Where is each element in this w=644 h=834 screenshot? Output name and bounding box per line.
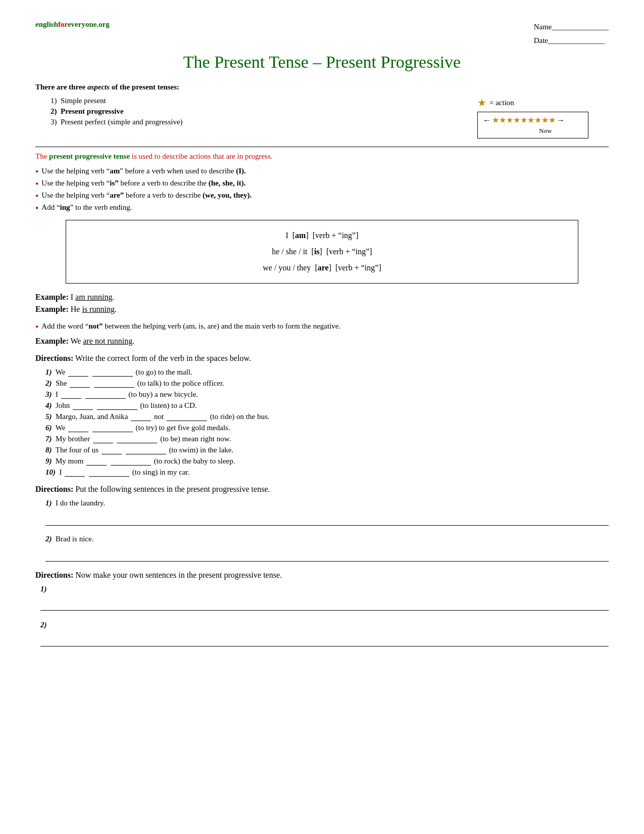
exercise-item: 9) My mom (to rock) the baby to sleep. bbox=[45, 457, 609, 466]
own-sentence-2-label: 2) bbox=[40, 621, 609, 629]
sentence-text: Brad is nice. bbox=[56, 535, 93, 543]
exercise-list-2: 1) I do the laundry. 2) Brad is nice. bbox=[35, 499, 609, 562]
exercise-text: My mom (to rock) the baby to sleep. bbox=[54, 457, 235, 465]
name-line: Name_______________ bbox=[534, 20, 609, 34]
bullet-dot: • bbox=[35, 204, 38, 213]
examples-section: Example: I am running. Example: He is ru… bbox=[35, 293, 609, 314]
exercise-item: 4) John (to listen) to a CD. bbox=[45, 401, 609, 410]
exercise-text: John (to listen) to a CD. bbox=[54, 401, 196, 409]
directions-1: Directions: Write the correct form of th… bbox=[35, 354, 609, 363]
example-label: Example: bbox=[35, 293, 69, 301]
exercise-item: 7) My brother (to be) mean right now. bbox=[45, 435, 609, 443]
sentence-item-1: 1) I do the laundry. bbox=[45, 499, 609, 507]
list-item: 3) Present perfect (simple and progressi… bbox=[51, 118, 467, 126]
list-item-bold: 2) Present progressive bbox=[51, 107, 467, 116]
own-writing-line-1 bbox=[40, 596, 609, 611]
header: englishforeveryone.org Name_____________… bbox=[35, 20, 609, 48]
exercise-item: 6) We (to try) to get five gold medals. bbox=[45, 424, 609, 432]
diagram-col: ★ = action ← ★★★★★★★★★ → Now bbox=[467, 97, 609, 138]
exercise-text: I (to buy) a new bicycle. bbox=[54, 390, 198, 398]
list-item: 1) Simple present bbox=[51, 97, 467, 105]
example-1: Example: I am running. bbox=[35, 293, 609, 302]
exercise-text: The four of us (to swim) in the lake. bbox=[54, 446, 233, 454]
bullet-text: Add “ing” to the verb ending. bbox=[41, 203, 609, 212]
example-negative: Example: We are not running. bbox=[35, 337, 609, 346]
page-title: The Present Tense – Present Progressive bbox=[35, 53, 609, 72]
intro-text: There are three aspects of the present t… bbox=[35, 83, 609, 91]
pp-term: present progressive tense bbox=[49, 152, 130, 160]
timeline-row: ← ★★★★★★★★★ → bbox=[483, 115, 583, 125]
underlined-text: is running bbox=[82, 305, 114, 313]
bullet-list: • Use the helping verb “am” before a ver… bbox=[35, 167, 609, 213]
for-text: for bbox=[58, 20, 68, 28]
bullet-dot: • bbox=[35, 167, 38, 176]
tense-list: 1) Simple present 2) Present progressive… bbox=[35, 97, 467, 126]
tense-list-col: 1) Simple present 2) Present progressive… bbox=[35, 97, 467, 128]
formula-line1: I [am] [verb + “ing”] bbox=[81, 227, 563, 244]
site-link: englishforeveryone.org bbox=[35, 20, 110, 29]
negative-text: Add the word “not” between the helping v… bbox=[41, 322, 609, 331]
exercise-item: 5) Margo, Juan, and Anika not (to ride) … bbox=[45, 412, 609, 421]
stars-row: ★★★★★★★★★ bbox=[492, 115, 556, 125]
own-writing-line-2 bbox=[40, 632, 609, 646]
own-sentence-1-label: 1) bbox=[40, 585, 609, 593]
bullet-item: • Use the helping verb “are” before a ve… bbox=[35, 191, 609, 201]
date-line: Date_______________ bbox=[534, 34, 609, 48]
exercise-text: We (to try) to get five gold medals. bbox=[54, 424, 230, 432]
underlined-text: are not running bbox=[83, 337, 132, 345]
directions-label: Directions: bbox=[35, 354, 73, 362]
sentence-item-2: 2) Brad is nice. bbox=[45, 535, 609, 543]
exercise-text: I (to sing) in my car. bbox=[58, 468, 190, 476]
bullet-dot: • bbox=[35, 179, 38, 189]
name-date-block: Name_______________ Date_______________ bbox=[534, 20, 609, 48]
bullet-item: • Use the helping verb “am” before a ver… bbox=[35, 167, 609, 176]
directions-3: Directions: Now make your own sentences … bbox=[35, 571, 609, 580]
bullet-text: Use the helping verb “are” before a verb… bbox=[41, 191, 609, 200]
exercise-item: 10) I (to sing) in my car. bbox=[45, 468, 609, 477]
star-icon: ★ bbox=[477, 97, 486, 109]
example-2: Example: He is running. bbox=[35, 305, 609, 314]
bullet-item: • Add “ing” to the verb ending. bbox=[35, 203, 609, 213]
now-label: Now bbox=[483, 127, 583, 135]
two-col-layout: 1) Simple present 2) Present progressive… bbox=[35, 97, 609, 138]
action-label: ★ = action bbox=[477, 97, 514, 109]
bullet-text: Use the helping verb “am” before a verb … bbox=[41, 167, 609, 175]
underlined-text: am running bbox=[75, 293, 112, 301]
sentence-text: I do the laundry. bbox=[56, 499, 105, 507]
exercise-text: Margo, Juan, and Anika not (to ride) on … bbox=[54, 412, 269, 421]
bullet-dot: • bbox=[35, 192, 38, 201]
writing-line-2 bbox=[45, 547, 609, 562]
section-divider bbox=[35, 147, 609, 147]
example-label: Example: bbox=[35, 337, 69, 345]
negative-bullet: • Add the word “not” between the helping… bbox=[35, 322, 609, 332]
arrow-left-icon: ← bbox=[483, 116, 491, 125]
directions-label: Directions: bbox=[35, 571, 73, 579]
exercise-text: We (to go) to the mall. bbox=[54, 368, 192, 376]
exercise-list-1: 1) We (to go) to the mall. 2) She (to ta… bbox=[35, 368, 609, 477]
directions-label: Directions: bbox=[35, 485, 73, 493]
formula-line3: we / you / they [are] [verb + “ing”] bbox=[81, 260, 563, 276]
exercise-item: 2) She (to talk) to the police officer. bbox=[45, 379, 609, 388]
arrow-right-icon: → bbox=[557, 116, 565, 125]
pp-description: The present progressive tense is used to… bbox=[35, 152, 609, 161]
exercise-item: 8) The four of us (to swim) in the lake. bbox=[45, 446, 609, 454]
exercise-text: My brother (to be) mean right now. bbox=[54, 435, 231, 443]
formula-box: I [am] [verb + “ing”] he / she / it [is]… bbox=[66, 220, 578, 284]
exercise-item: 3) I (to buy) a new bicycle. bbox=[45, 390, 609, 399]
writing-line-1 bbox=[45, 512, 609, 526]
own-sentences-section: 1) 2) bbox=[35, 585, 609, 646]
exercise-text: She (to talk) to the police officer. bbox=[54, 379, 224, 387]
directions-2: Directions: Put the following sentences … bbox=[35, 485, 609, 494]
bullet-item: • Use the helping verb “is” before a ver… bbox=[35, 179, 609, 189]
bullet-text: Use the helping verb “is” before a verb … bbox=[41, 179, 609, 188]
bullet-dot: • bbox=[35, 322, 38, 332]
action-text: = action bbox=[489, 99, 514, 107]
exercise-item: 1) We (to go) to the mall. bbox=[45, 368, 609, 377]
example-label: Example: bbox=[35, 305, 69, 313]
timeline-box: ← ★★★★★★★★★ → Now bbox=[477, 112, 588, 138]
formula-line2: he / she / it [is] [verb + “ing”] bbox=[81, 244, 563, 260]
